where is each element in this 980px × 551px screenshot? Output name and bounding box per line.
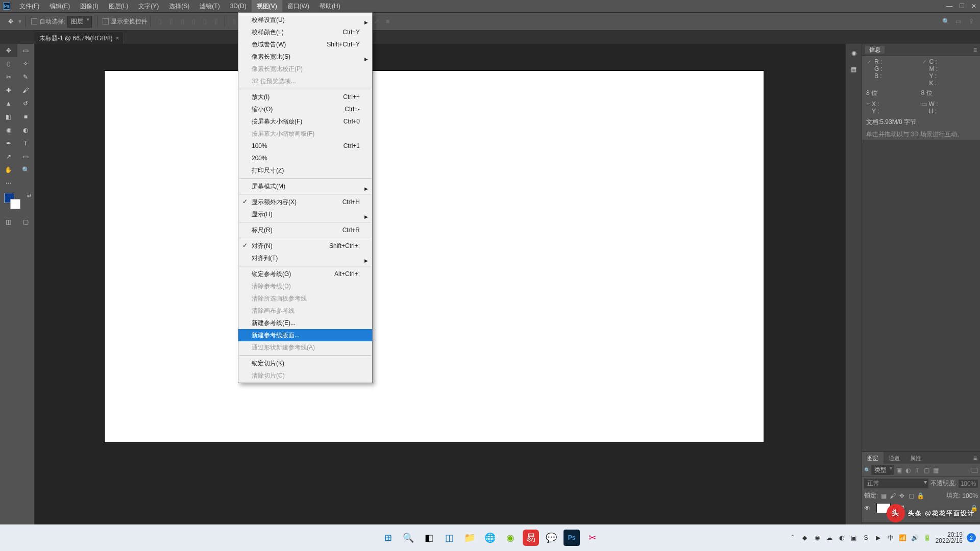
menuitem[interactable]: 显示额外内容(X)Ctrl+H [238, 196, 372, 208]
edit-toolbar[interactable]: ⋯ [0, 177, 17, 190]
menu-窗口W[interactable]: 窗口(W) [282, 0, 314, 12]
menuitem[interactable]: 对齐(N)Shift+Ctrl+; [238, 240, 372, 252]
menuitem[interactable]: 按屏幕大小缩放(F)Ctrl+0 [238, 115, 372, 128]
filter-pixel-icon[interactable]: ▣ [895, 467, 903, 474]
menu-选择S[interactable]: 选择(S) [164, 0, 194, 12]
lock-all-icon[interactable]: 🔒 [917, 492, 924, 499]
zoom-tool[interactable]: 🔍 [17, 163, 35, 177]
lasso-tool[interactable]: ⬯ [0, 57, 17, 70]
dodge-tool[interactable]: ◐ [17, 123, 35, 137]
quickmask-tool[interactable]: ◫ [0, 215, 17, 229]
workspace-icon[interactable]: ▭ [955, 18, 964, 25]
minimize-button[interactable]: — [943, 0, 955, 12]
explorer-icon[interactable]: 📁 [461, 530, 478, 546]
menuitem[interactable]: 像素长宽比(S) [238, 51, 372, 63]
widgets-icon[interactable]: ◫ [441, 530, 457, 546]
blend-mode[interactable]: 正常 [864, 479, 928, 488]
lock-position-icon[interactable]: ✥ [898, 492, 905, 499]
menuitem[interactable]: 显示(H) [238, 208, 372, 220]
menu-图像I[interactable]: 图像(I) [75, 0, 103, 12]
app-icon-1[interactable]: ◉ [502, 530, 519, 546]
menu-视图V[interactable]: 视图(V) [252, 0, 282, 12]
menuitem[interactable]: 缩小(O)Ctrl+- [238, 103, 372, 115]
app-icon-2[interactable]: 易 [523, 530, 539, 546]
swatches-collapsed-icon[interactable]: ▦ [848, 63, 860, 76]
filter-smart-icon[interactable]: ▦ [932, 467, 940, 474]
scale-3d-icon[interactable]: ⤢ [372, 17, 381, 26]
maximize-button[interactable]: ☐ [955, 0, 968, 12]
battery-icon[interactable]: 🔋 [923, 534, 932, 542]
eyedropper-tool[interactable]: ✎ [17, 70, 35, 84]
menuitem[interactable]: 锁定参考线(G)Alt+Ctrl+; [238, 268, 372, 280]
color-collapsed-icon[interactable]: ◉ [848, 47, 860, 59]
info-tab[interactable]: 信息 [865, 46, 885, 54]
tray-icon[interactable]: ☁ [825, 534, 834, 542]
stamp-tool[interactable]: ▲ [0, 97, 17, 110]
align-center-icon[interactable]: ▯ [166, 17, 176, 26]
menuitem[interactable]: 100%Ctrl+1 [238, 140, 372, 152]
type-tool[interactable]: T [17, 137, 35, 150]
filter-shape-icon[interactable]: ▢ [922, 467, 930, 474]
align-right-icon[interactable]: ▯ [178, 17, 187, 26]
properties-tab[interactable]: 属性 [905, 452, 926, 464]
align-top-icon[interactable]: ▯ [189, 17, 198, 26]
menuitem[interactable]: 标尺(R)Ctrl+R [238, 224, 372, 236]
menu-文字Y[interactable]: 文字(Y) [133, 0, 164, 12]
menu-滤镜T[interactable]: 滤镜(T) [194, 0, 225, 12]
menu-文件F[interactable]: 文件(F) [14, 0, 44, 12]
align-left-icon[interactable]: ▯ [155, 17, 164, 26]
menu-3DD[interactable]: 3D(D) [225, 0, 252, 12]
search-taskbar-icon[interactable]: 🔍 [400, 530, 416, 546]
distribute-1-icon[interactable]: ▯ [229, 17, 238, 26]
snip-icon[interactable]: ✂ [584, 530, 600, 546]
menuitem[interactable]: 200% [238, 152, 372, 164]
blur-tool[interactable]: ◉ [0, 123, 17, 137]
close-button[interactable]: ✕ [968, 0, 980, 12]
background-swatch[interactable] [10, 199, 20, 209]
clock[interactable]: 20:192022/2/16 [936, 532, 963, 544]
start-icon[interactable]: ⊞ [380, 530, 396, 546]
magic-wand-tool[interactable]: ✧ [17, 57, 35, 70]
gradient-tool[interactable]: ■ [17, 110, 35, 123]
menuitem[interactable]: 屏幕模式(M) [238, 180, 372, 192]
menuitem[interactable]: 打印尺寸(Z) [238, 164, 372, 177]
eraser-tool[interactable]: ◧ [0, 110, 17, 123]
canvas[interactable] [105, 71, 764, 442]
tray-icon[interactable]: ◆ [801, 534, 809, 542]
close-tab-icon[interactable]: × [116, 32, 119, 44]
share-icon[interactable]: ⇪ [969, 18, 977, 25]
opacity-value[interactable]: 100% [959, 480, 978, 488]
menuitem[interactable]: 校样设置(U) [238, 14, 372, 26]
swap-colors-icon[interactable]: ⇄ [27, 193, 31, 198]
tray-icon[interactable]: ▣ [850, 534, 858, 542]
menuitem[interactable]: 放大(I)Ctrl++ [238, 91, 372, 103]
search-icon[interactable]: 🔍 [942, 18, 950, 25]
align-bottom-icon[interactable]: ▯ [211, 17, 220, 26]
show-transform-checkbox[interactable] [103, 18, 109, 24]
align-middle-icon[interactable]: ▯ [200, 17, 209, 26]
wechat-icon[interactable]: 💬 [543, 530, 559, 546]
history-brush-tool[interactable]: ↺ [17, 97, 35, 110]
menuitem[interactable]: 对齐到(T) [238, 252, 372, 264]
menu-编辑E[interactable]: 编辑(E) [44, 0, 75, 12]
menu-图层L[interactable]: 图层(L) [104, 0, 134, 12]
menuitem[interactable]: 校样颜色(L)Ctrl+Y [238, 26, 372, 38]
layers-tab[interactable]: 图层 [862, 452, 884, 464]
menuitem[interactable]: 色域警告(W)Shift+Ctrl+Y [238, 38, 372, 51]
tray-icon[interactable]: ◉ [813, 534, 821, 542]
tray-icon[interactable]: S [862, 534, 870, 542]
menuitem[interactable]: 新建参考线版面... [238, 329, 372, 341]
fill-value[interactable]: 100% [962, 492, 978, 499]
taskview-icon[interactable]: ◧ [421, 530, 437, 546]
ime-icon[interactable]: 中 [887, 534, 895, 542]
photoshop-taskbar-icon[interactable]: Ps [564, 530, 580, 546]
menuitem[interactable]: 新建参考线(E)... [238, 317, 372, 329]
document-tab[interactable]: 未标题-1 @ 66.7%(RGB/8) × [35, 32, 124, 44]
filter-adjust-icon[interactable]: ◐ [904, 467, 912, 474]
chevron-up-icon[interactable]: ˄ [789, 534, 797, 542]
menu-帮助H[interactable]: 帮助(H) [314, 0, 346, 12]
notification-badge[interactable]: 2 [967, 533, 976, 542]
menuitem[interactable]: 锁定切片(K) [238, 357, 372, 369]
brush-tool[interactable]: 🖌 [17, 84, 35, 97]
wifi-icon[interactable]: 📶 [899, 534, 907, 542]
